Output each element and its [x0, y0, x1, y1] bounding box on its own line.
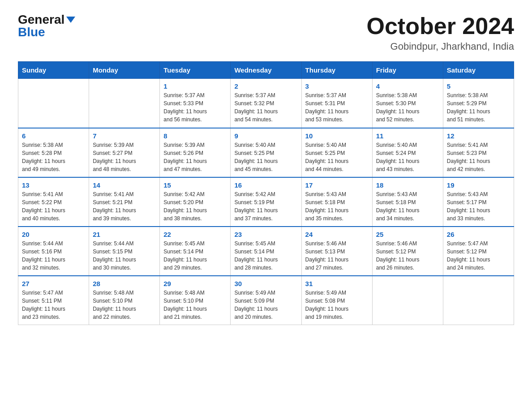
day-number: 27 — [22, 280, 85, 287]
day-number: 9 — [234, 132, 297, 140]
calendar-cell: 3Sunrise: 5:37 AMSunset: 5:31 PMDaylight… — [301, 79, 372, 128]
day-info: Sunrise: 5:43 AMSunset: 5:18 PMDaylight:… — [376, 190, 439, 223]
day-of-week-header: Thursday — [301, 62, 372, 79]
day-info: Sunrise: 5:48 AMSunset: 5:10 PMDaylight:… — [93, 289, 156, 321]
calendar-cell: 23Sunrise: 5:45 AMSunset: 5:14 PMDayligh… — [231, 227, 301, 276]
header-row: SundayMondayTuesdayWednesdayThursdayFrid… — [18, 62, 514, 79]
calendar-cell: 2Sunrise: 5:37 AMSunset: 5:32 PMDaylight… — [231, 79, 301, 128]
calendar-cell: 7Sunrise: 5:39 AMSunset: 5:27 PMDaylight… — [89, 128, 160, 177]
day-info: Sunrise: 5:46 AMSunset: 5:13 PMDaylight:… — [305, 240, 369, 272]
calendar-week-row: 13Sunrise: 5:41 AMSunset: 5:22 PMDayligh… — [18, 177, 514, 227]
day-number: 15 — [163, 181, 227, 189]
calendar-cell: 11Sunrise: 5:40 AMSunset: 5:24 PMDayligh… — [372, 128, 443, 177]
calendar-cell: 28Sunrise: 5:48 AMSunset: 5:10 PMDayligh… — [89, 276, 160, 325]
calendar-cell: 24Sunrise: 5:46 AMSunset: 5:13 PMDayligh… — [301, 227, 372, 276]
day-number: 2 — [234, 82, 297, 90]
day-number: 11 — [376, 132, 439, 140]
day-number: 17 — [305, 181, 369, 189]
day-info: Sunrise: 5:40 AMSunset: 5:24 PMDaylight:… — [376, 141, 439, 173]
day-info: Sunrise: 5:49 AMSunset: 5:08 PMDaylight:… — [305, 289, 369, 321]
calendar-cell: 13Sunrise: 5:41 AMSunset: 5:22 PMDayligh… — [18, 177, 89, 227]
calendar-week-row: 27Sunrise: 5:47 AMSunset: 5:11 PMDayligh… — [18, 276, 514, 325]
day-info: Sunrise: 5:38 AMSunset: 5:30 PMDaylight:… — [376, 91, 439, 124]
calendar-cell: 1Sunrise: 5:37 AMSunset: 5:33 PMDaylight… — [160, 79, 231, 128]
day-info: Sunrise: 5:38 AMSunset: 5:28 PMDaylight:… — [22, 141, 85, 173]
day-number: 24 — [305, 231, 369, 238]
day-info: Sunrise: 5:44 AMSunset: 5:15 PMDaylight:… — [93, 240, 156, 272]
day-info: Sunrise: 5:37 AMSunset: 5:31 PMDaylight:… — [305, 91, 369, 124]
day-info: Sunrise: 5:39 AMSunset: 5:26 PMDaylight:… — [163, 141, 227, 173]
day-number: 16 — [234, 181, 297, 189]
day-info: Sunrise: 5:45 AMSunset: 5:14 PMDaylight:… — [234, 240, 297, 272]
calendar-week-row: 20Sunrise: 5:44 AMSunset: 5:16 PMDayligh… — [18, 227, 514, 276]
day-info: Sunrise: 5:37 AMSunset: 5:33 PMDaylight:… — [163, 91, 227, 124]
day-number: 19 — [447, 181, 510, 189]
calendar-cell — [372, 276, 443, 325]
calendar-cell — [443, 276, 514, 325]
calendar-cell: 17Sunrise: 5:43 AMSunset: 5:18 PMDayligh… — [301, 177, 372, 227]
day-info: Sunrise: 5:40 AMSunset: 5:25 PMDaylight:… — [305, 141, 369, 173]
page-header: General Blue October 2024 Gobindpur, Jha… — [18, 13, 514, 52]
day-number: 6 — [22, 132, 85, 140]
day-number: 20 — [22, 231, 85, 238]
day-number: 29 — [163, 280, 227, 287]
day-number: 14 — [93, 181, 156, 189]
calendar-cell — [18, 79, 89, 128]
day-number: 28 — [93, 280, 156, 287]
calendar-cell: 22Sunrise: 5:45 AMSunset: 5:14 PMDayligh… — [160, 227, 231, 276]
day-of-week-header: Tuesday — [160, 62, 231, 79]
day-number: 5 — [447, 82, 510, 90]
calendar-body: 1Sunrise: 5:37 AMSunset: 5:33 PMDaylight… — [18, 79, 514, 325]
day-number: 25 — [376, 231, 439, 238]
logo-general-text: General — [18, 13, 64, 26]
day-of-week-header: Sunday — [18, 62, 89, 79]
logo-triangle-icon — [66, 17, 75, 23]
calendar-week-row: 6Sunrise: 5:38 AMSunset: 5:28 PMDaylight… — [18, 128, 514, 177]
day-info: Sunrise: 5:41 AMSunset: 5:23 PMDaylight:… — [447, 141, 510, 173]
day-of-week-header: Wednesday — [231, 62, 301, 79]
title-section: October 2024 Gobindpur, Jharkhand, India — [367, 13, 515, 52]
day-info: Sunrise: 5:45 AMSunset: 5:14 PMDaylight:… — [163, 240, 227, 272]
day-number: 10 — [305, 132, 369, 140]
location-text: Gobindpur, Jharkhand, India — [367, 41, 515, 52]
calendar-cell: 15Sunrise: 5:42 AMSunset: 5:20 PMDayligh… — [160, 177, 231, 227]
day-of-week-header: Friday — [372, 62, 443, 79]
day-info: Sunrise: 5:47 AMSunset: 5:12 PMDaylight:… — [447, 240, 510, 272]
day-info: Sunrise: 5:49 AMSunset: 5:09 PMDaylight:… — [234, 289, 297, 321]
day-number: 22 — [163, 231, 227, 238]
day-info: Sunrise: 5:39 AMSunset: 5:27 PMDaylight:… — [93, 141, 156, 173]
calendar-cell: 9Sunrise: 5:40 AMSunset: 5:25 PMDaylight… — [231, 128, 301, 177]
calendar-cell: 16Sunrise: 5:42 AMSunset: 5:19 PMDayligh… — [231, 177, 301, 227]
calendar-cell: 19Sunrise: 5:43 AMSunset: 5:17 PMDayligh… — [443, 177, 514, 227]
calendar-cell: 4Sunrise: 5:38 AMSunset: 5:30 PMDaylight… — [372, 79, 443, 128]
calendar-cell: 29Sunrise: 5:48 AMSunset: 5:10 PMDayligh… — [160, 276, 231, 325]
day-info: Sunrise: 5:46 AMSunset: 5:12 PMDaylight:… — [376, 240, 439, 272]
calendar-cell: 31Sunrise: 5:49 AMSunset: 5:08 PMDayligh… — [301, 276, 372, 325]
logo: General Blue — [18, 13, 75, 39]
calendar-cell: 12Sunrise: 5:41 AMSunset: 5:23 PMDayligh… — [443, 128, 514, 177]
day-number: 13 — [22, 181, 85, 189]
day-number: 1 — [163, 82, 227, 90]
day-info: Sunrise: 5:43 AMSunset: 5:18 PMDaylight:… — [305, 190, 369, 223]
calendar-cell: 14Sunrise: 5:41 AMSunset: 5:21 PMDayligh… — [89, 177, 160, 227]
day-info: Sunrise: 5:43 AMSunset: 5:17 PMDaylight:… — [447, 190, 510, 223]
calendar-cell: 18Sunrise: 5:43 AMSunset: 5:18 PMDayligh… — [372, 177, 443, 227]
day-number: 30 — [234, 280, 297, 287]
calendar-cell: 5Sunrise: 5:38 AMSunset: 5:29 PMDaylight… — [443, 79, 514, 128]
day-number: 4 — [376, 82, 439, 90]
day-info: Sunrise: 5:48 AMSunset: 5:10 PMDaylight:… — [163, 289, 227, 321]
day-number: 26 — [447, 231, 510, 238]
calendar-cell: 21Sunrise: 5:44 AMSunset: 5:15 PMDayligh… — [89, 227, 160, 276]
day-number: 8 — [163, 132, 227, 140]
calendar-cell: 26Sunrise: 5:47 AMSunset: 5:12 PMDayligh… — [443, 227, 514, 276]
calendar-table: SundayMondayTuesdayWednesdayThursdayFrid… — [18, 61, 514, 325]
day-info: Sunrise: 5:47 AMSunset: 5:11 PMDaylight:… — [22, 289, 85, 321]
day-info: Sunrise: 5:37 AMSunset: 5:32 PMDaylight:… — [234, 91, 297, 124]
day-of-week-header: Monday — [89, 62, 160, 79]
day-info: Sunrise: 5:42 AMSunset: 5:19 PMDaylight:… — [234, 190, 297, 223]
month-title: October 2024 — [367, 13, 515, 39]
calendar-cell: 30Sunrise: 5:49 AMSunset: 5:09 PMDayligh… — [231, 276, 301, 325]
logo-blue-text: Blue — [18, 26, 45, 39]
day-of-week-header: Saturday — [443, 62, 514, 79]
calendar-cell: 10Sunrise: 5:40 AMSunset: 5:25 PMDayligh… — [301, 128, 372, 177]
